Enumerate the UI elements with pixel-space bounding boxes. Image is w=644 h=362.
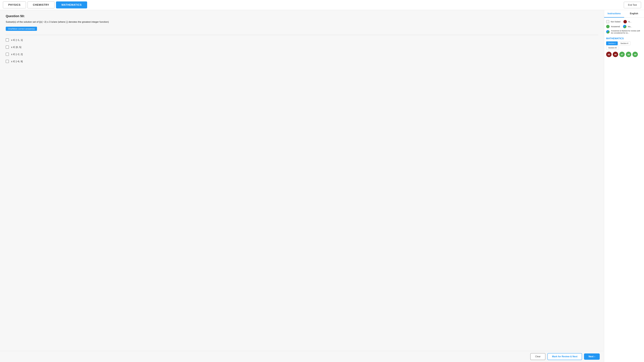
checkbox-d[interactable] (6, 60, 9, 63)
checkbox-c[interactable] (6, 53, 9, 56)
q-circle-45[interactable]: 45 (606, 52, 612, 57)
next-button[interactable]: Next › (584, 354, 600, 360)
not-answered-icon (624, 20, 627, 23)
question-grid: 45 46 47 48 49 (606, 52, 642, 57)
next-arrow-icon: › (594, 355, 595, 358)
legend-answered: Answered Ma... (606, 25, 642, 28)
clear-button[interactable]: Clear (530, 353, 546, 360)
section-tabs: Section-I Section-II Section-III (606, 41, 642, 50)
legend-section: Not Visited N... Answered Ma... Answered… (604, 18, 644, 35)
instructions-tab[interactable]: Instructions (604, 10, 624, 17)
question-type-badge: One/More correct answer(s) (6, 27, 37, 31)
option-row-b: x ∈ [0, 5] (6, 45, 598, 49)
question-text: Subset(s) of the solution set of |[x] −2… (6, 20, 598, 24)
option-label-b: x ∈ [0, 5] (11, 46, 21, 49)
checkbox-b[interactable] (6, 45, 9, 49)
q-circle-49[interactable]: 49 (632, 52, 638, 57)
option-row-d: x ∈ [−6, 9] (6, 60, 598, 63)
bottom-bar: Clear Mark for Review & Next Next › (0, 351, 604, 362)
main-layout: Question 50: Subset(s) of the solution s… (0, 10, 644, 362)
section-tab-2[interactable]: Section-II (618, 41, 630, 45)
option-label-d: x ∈ [−6, 9] (11, 60, 23, 63)
sidebar-top: Instructions English (604, 10, 644, 18)
legend-not-visited: Not Visited N... (606, 20, 642, 23)
answered-marked-label: Answered & Marked for review (will be co… (611, 30, 642, 34)
marked-label: Ma... (628, 25, 632, 28)
tab-physics[interactable]: PHYSICS (3, 1, 26, 8)
not-answered-label: N... (628, 20, 632, 23)
question-title: Question 50: (6, 14, 598, 18)
question-and-bottom: Question 50: Subset(s) of the solution s… (0, 10, 604, 362)
english-tab[interactable]: English (624, 10, 644, 17)
q-circle-46[interactable]: 46 (613, 52, 618, 57)
section-tab-1[interactable]: Section-I (606, 41, 618, 45)
sidebar: Instructions English Not Visited N... An… (604, 10, 644, 362)
legend-answered-marked: Answered & Marked for review (will be co… (606, 30, 642, 34)
math-section: MATHEMATICS Section-I Section-II Section… (604, 35, 644, 58)
section-tab-3[interactable]: Section-III (606, 46, 619, 50)
option-label-a: x ∈ [−1, 1] (11, 38, 23, 41)
not-visited-label: Not Visited (611, 20, 620, 23)
math-section-title: MATHEMATICS (606, 37, 642, 40)
top-nav: PHYSICS CHEMISTRY MATHEMATICS End Test (0, 0, 644, 10)
end-test-button[interactable]: End Test (624, 2, 641, 8)
question-area: Question 50: Subset(s) of the solution s… (0, 10, 604, 351)
not-visited-icon (606, 20, 609, 23)
tab-mathematics[interactable]: MATHEMATICS (56, 1, 87, 8)
q-circle-48[interactable]: 48 (626, 52, 631, 57)
mark-review-button[interactable]: Mark for Review & Next (548, 353, 582, 360)
tab-chemistry[interactable]: CHEMISTRY (28, 1, 54, 8)
option-label-c: x ∈ [−2, 2] (11, 53, 23, 56)
option-row-a: x ∈ [−1, 1] (6, 38, 598, 41)
q-circle-47[interactable]: 47 (619, 52, 625, 57)
divider (6, 35, 598, 35)
checkbox-a[interactable] (6, 38, 9, 41)
answered-icon (606, 25, 610, 28)
marked-icon (623, 25, 626, 28)
option-row-c: x ∈ [−2, 2] (6, 53, 598, 56)
answered-label: Answered (611, 25, 620, 28)
answered-marked-icon (606, 30, 610, 33)
